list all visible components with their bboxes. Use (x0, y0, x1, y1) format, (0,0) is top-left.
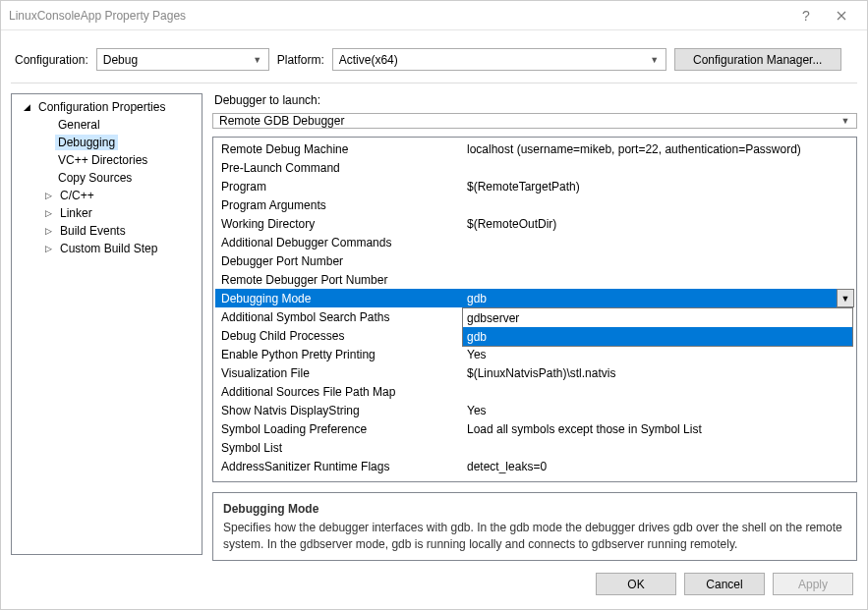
tree-item-label: Build Events (57, 223, 129, 239)
debugger-launch-label: Debugger to launch: (214, 93, 857, 107)
description-panel: Debugging Mode Specifies how the debugge… (212, 492, 857, 561)
property-name: Debugging Mode (215, 289, 461, 307)
chevron-down-icon: ▼ (249, 49, 266, 70)
property-name: Symbol Loading Preference (215, 419, 461, 438)
platform-combo[interactable]: Active(x64) ▼ (332, 48, 666, 71)
property-pages-dialog: LinuxConsoleApp Property Pages ? Configu… (0, 0, 868, 610)
chevron-down-icon: ▼ (841, 294, 850, 304)
property-row[interactable]: Remote Debugger Port Number (215, 270, 854, 289)
dropdown-option[interactable]: gdb (463, 327, 852, 346)
help-button[interactable]: ? (788, 1, 824, 29)
tree-item[interactable]: ▷Build Events (20, 222, 202, 240)
property-name: Debug Child Processes (215, 326, 461, 345)
property-name: Program (215, 177, 461, 195)
property-value[interactable] (461, 233, 854, 251)
chevron-down-icon: ▼ (837, 114, 854, 128)
property-name: Debugger Port Number (215, 251, 461, 270)
dropdown-option[interactable]: gdbserver (463, 308, 852, 327)
property-value[interactable]: detect_leaks=0 (461, 457, 854, 475)
chevron-down-icon: ▼ (646, 49, 664, 70)
property-row[interactable]: AddressSanitizer Runtime Flagsdetect_lea… (215, 457, 854, 475)
cancel-button[interactable]: Cancel (684, 573, 765, 595)
property-name: Program Arguments (215, 195, 461, 214)
platform-label: Platform: (277, 53, 324, 67)
tree-root[interactable]: ◢ Configuration Properties (20, 98, 202, 116)
property-row[interactable]: Additional Debugger Commands (215, 233, 854, 251)
property-value[interactable] (461, 195, 854, 214)
property-name: Additional Debugger Commands (215, 233, 461, 251)
window-title: LinuxConsoleApp Property Pages (9, 9, 788, 23)
property-row[interactable]: Program$(RemoteTargetPath) (215, 177, 854, 195)
ok-button[interactable]: OK (596, 573, 676, 595)
property-value[interactable]: localhost (username=mikeb, port=22, auth… (461, 139, 854, 158)
property-name: Enable Python Pretty Printing (215, 345, 461, 363)
tree-item[interactable]: VC++ Directories (20, 151, 202, 169)
property-row[interactable]: Debugger Port Number (215, 251, 854, 270)
property-row[interactable]: Remote Debug Machinelocalhost (username=… (215, 139, 854, 158)
close-button[interactable] (824, 1, 859, 29)
property-row[interactable]: Pre-Launch Command (215, 158, 854, 177)
property-value[interactable]: $(LinuxNatvisPath)\stl.natvis (461, 363, 854, 382)
property-value[interactable] (461, 270, 854, 289)
close-icon (837, 11, 846, 21)
property-grid: Remote Debug Machinelocalhost (username=… (212, 137, 857, 482)
property-name: Remote Debugger Port Number (215, 270, 461, 289)
platform-value: Active(x64) (339, 53, 398, 67)
property-name: Symbol List (215, 438, 461, 457)
debugging-mode-dropdown[interactable]: gdbservergdb (462, 307, 853, 347)
configuration-label: Configuration: (15, 53, 88, 67)
property-value[interactable]: Yes (461, 345, 854, 363)
tree-item[interactable]: ▷C/C++ (20, 187, 202, 204)
property-panel: Debugger to launch: Remote GDB Debugger … (212, 93, 857, 555)
expand-icon[interactable]: ▷ (41, 224, 55, 238)
property-value[interactable] (461, 438, 854, 457)
tree-item[interactable]: ▷Custom Build Step (20, 240, 202, 257)
property-value[interactable]: gdb▼ (461, 289, 854, 307)
tree-item[interactable]: ▷Linker (20, 204, 202, 222)
expand-icon[interactable]: ◢ (20, 100, 33, 114)
debugger-launch-value: Remote GDB Debugger (219, 114, 344, 128)
property-name: AddressSanitizer Runtime Flags (215, 457, 461, 475)
property-value[interactable] (461, 382, 854, 401)
tree-item[interactable]: Copy Sources (20, 169, 202, 187)
property-row[interactable]: Symbol List (215, 438, 854, 457)
property-row[interactable]: Symbol Loading PreferenceLoad all symbol… (215, 419, 854, 438)
tree-item-label: Custom Build Step (57, 241, 160, 256)
property-row[interactable]: Show Natvis DisplayStringYes (215, 401, 854, 419)
description-title: Debugging Mode (223, 501, 846, 518)
titlebar: LinuxConsoleApp Property Pages ? (1, 1, 867, 30)
tree-item[interactable]: Debugging (20, 134, 202, 151)
property-name: Visualization File (215, 363, 461, 382)
property-name: Working Directory (215, 214, 461, 233)
property-value[interactable]: $(RemoteOutDir) (461, 214, 854, 233)
property-value[interactable] (461, 251, 854, 270)
property-row[interactable]: Working Directory$(RemoteOutDir) (215, 214, 854, 233)
property-value[interactable] (461, 158, 854, 177)
property-row[interactable]: Visualization File$(LinuxNatvisPath)\stl… (215, 363, 854, 382)
configuration-manager-button[interactable]: Configuration Manager... (674, 48, 841, 71)
property-row[interactable]: Debugging Modegdb▼ (215, 289, 854, 307)
property-value[interactable]: Yes (461, 401, 854, 419)
configuration-value: Debug (103, 53, 138, 67)
property-value[interactable]: Load all symbols except those in Symbol … (461, 419, 854, 438)
property-row[interactable]: Additional Sources File Path Map (215, 382, 854, 401)
property-name: Additional Symbol Search Paths (215, 307, 461, 326)
expand-icon[interactable]: ▷ (41, 206, 55, 220)
tree-item[interactable]: General (20, 116, 202, 134)
expand-icon[interactable]: ▷ (41, 242, 55, 255)
apply-button: Apply (773, 573, 853, 595)
property-name: Remote Debug Machine (215, 139, 461, 158)
property-name: Pre-Launch Command (215, 158, 461, 177)
tree-item-label: Linker (57, 205, 95, 221)
debugger-launch-combo[interactable]: Remote GDB Debugger ▼ (212, 113, 857, 129)
config-toolbar: Configuration: Debug ▼ Platform: Active(… (1, 30, 867, 83)
tree-item-label: Debugging (55, 135, 118, 150)
separator (11, 83, 857, 83)
property-row[interactable]: Program Arguments (215, 195, 854, 214)
property-row[interactable]: Enable Python Pretty PrintingYes (215, 345, 854, 363)
nav-tree[interactable]: ◢ Configuration Properties GeneralDebugg… (11, 93, 203, 555)
configuration-combo[interactable]: Debug ▼ (96, 48, 269, 71)
expand-icon[interactable]: ▷ (41, 189, 55, 202)
property-value[interactable]: $(RemoteTargetPath) (461, 177, 854, 195)
dropdown-button[interactable]: ▼ (837, 289, 854, 307)
